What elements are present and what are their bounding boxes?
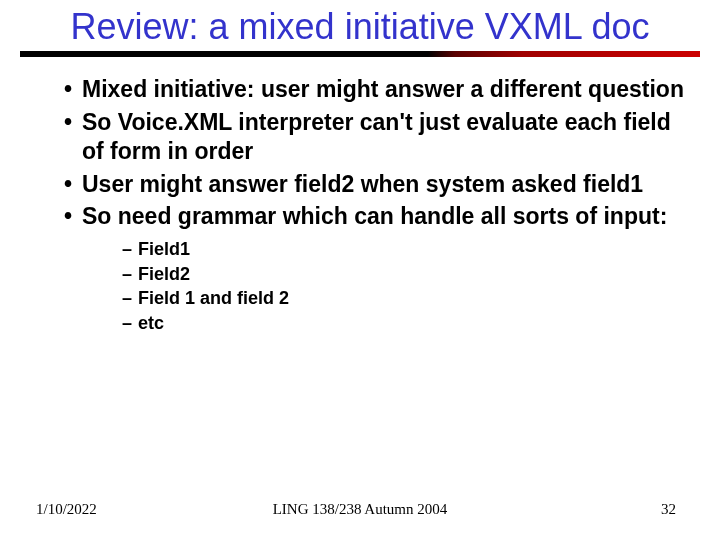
- bullet-text: So need grammar which can handle all sor…: [82, 203, 667, 229]
- footer-course: LING 138/238 Autumn 2004: [0, 501, 720, 518]
- bullet-text: Mixed initiative: user might answer a di…: [82, 76, 684, 102]
- sub-bullet-text: Field2: [138, 264, 190, 284]
- bullet-item: So need grammar which can handle all sor…: [64, 200, 684, 337]
- slide-title: Review: a mixed initiative VXML doc: [0, 0, 720, 47]
- sub-bullet-item: Field1: [122, 237, 684, 262]
- slide-footer: 1/10/2022 LING 138/238 Autumn 2004 32: [0, 501, 720, 518]
- sub-bullet-item: etc: [122, 311, 684, 336]
- bullet-list: Mixed initiative: user might answer a di…: [36, 73, 684, 337]
- title-underline: [20, 51, 700, 59]
- sub-bullet-text: Field1: [138, 239, 190, 259]
- sub-bullet-text: Field 1 and field 2: [138, 288, 289, 308]
- sub-bullet-list: Field1 Field2 Field 1 and field 2 etc: [82, 237, 684, 335]
- bullet-text: User might answer field2 when system ask…: [82, 171, 643, 197]
- bullet-item: Mixed initiative: user might answer a di…: [64, 73, 684, 106]
- sub-bullet-text: etc: [138, 313, 164, 333]
- underline-red: [428, 51, 700, 57]
- bullet-item: User might answer field2 when system ask…: [64, 168, 684, 201]
- sub-bullet-item: Field2: [122, 262, 684, 287]
- bullet-text: So Voice.XML interpreter can't just eval…: [82, 109, 671, 164]
- sub-bullet-item: Field 1 and field 2: [122, 286, 684, 311]
- slide: Review: a mixed initiative VXML doc Mixe…: [0, 0, 720, 540]
- slide-body: Mixed initiative: user might answer a di…: [0, 73, 720, 337]
- bullet-item: So Voice.XML interpreter can't just eval…: [64, 106, 684, 168]
